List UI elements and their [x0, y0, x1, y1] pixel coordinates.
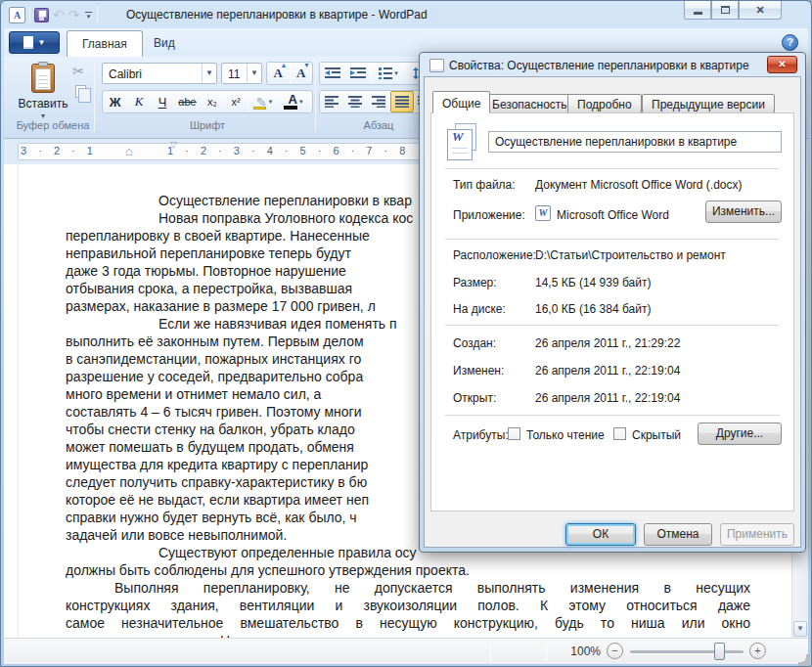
dialog-close-button[interactable]: ✕: [767, 56, 797, 73]
highlight-swatch: [253, 107, 266, 110]
created-value: 26 апреля 2011 г., 21:29:22: [535, 336, 680, 350]
font-color-button[interactable]: А ▾: [280, 91, 311, 112]
zoom-slider-track[interactable]: [630, 650, 744, 653]
maximize-button[interactable]: [711, 1, 739, 20]
undo-icon[interactable]: ↶: [53, 8, 65, 22]
tab-home[interactable]: Главная: [67, 30, 143, 57]
list-icon: [379, 67, 392, 79]
tab-security[interactable]: Безопасность: [482, 94, 577, 113]
help-button[interactable]: ?: [782, 34, 798, 51]
decrease-indent-button[interactable]: [320, 63, 345, 84]
underline-button[interactable]: Ч: [151, 91, 174, 112]
hidden-checkbox[interactable]: [613, 427, 626, 440]
font-resize-strip: А▲ А▼: [266, 62, 313, 85]
size-value: 14,5 КБ (14 939 байт): [535, 276, 651, 289]
increase-indent-icon: [350, 67, 367, 79]
size-on-disk-label: На диске:: [453, 302, 506, 316]
general-tab-page: W Тип файла: Документ Microsoft Office W…: [430, 112, 794, 511]
align-left-icon: [325, 96, 338, 108]
hidden-label: Скрытый: [632, 428, 681, 442]
font-color-icon: А: [289, 95, 297, 105]
qat-separator: [29, 7, 30, 22]
subscript-button[interactable]: x₂: [201, 91, 224, 112]
filename-input[interactable]: [488, 131, 782, 153]
readonly-checkbox[interactable]: [508, 427, 520, 440]
ruler-pos-numbers: 1 · 2 · 3 · 4 · 5 · 6 · 7 · 8: [167, 145, 405, 156]
minimize-icon: [694, 12, 702, 15]
italic-button[interactable]: К: [127, 91, 151, 112]
strikethrough-button[interactable]: abe: [174, 91, 201, 112]
first-line-indent-marker[interactable]: ▽: [170, 140, 177, 150]
cancel-button[interactable]: Отмена: [644, 523, 712, 546]
resize-grip[interactable]: [793, 649, 805, 661]
align-left-button[interactable]: [320, 91, 343, 112]
highlight-color-button[interactable]: ✎ ▾: [248, 91, 280, 112]
close-icon: ✕: [755, 4, 764, 17]
divider: [445, 415, 780, 417]
increase-indent-button[interactable]: [345, 63, 371, 84]
align-center-button[interactable]: [343, 91, 367, 112]
save-icon[interactable]: [34, 8, 49, 22]
close-button[interactable]: ✕: [739, 1, 782, 20]
dialog-title[interactable]: Свойства: Осуществление перепланировки в…: [449, 59, 749, 72]
modified-label: Изменен:: [453, 364, 504, 378]
cut-icon[interactable]: ✂: [72, 63, 85, 80]
dialog-document-icon: [429, 59, 444, 72]
dialog-body: Общие Безопасность Подробно Предыдущие в…: [424, 76, 801, 548]
window-title: Осуществление перепланировки в квартире …: [126, 8, 428, 22]
opened-label: Открыт:: [453, 391, 496, 405]
zoom-in-button[interactable]: +: [749, 643, 766, 659]
bold-button[interactable]: Ж: [103, 91, 127, 112]
chevron-down-icon: ▼: [38, 38, 46, 47]
readonly-label: Только чтение: [526, 428, 605, 442]
grow-font-button[interactable]: А▲: [267, 63, 290, 84]
wordpad-app-icon[interactable]: A: [9, 7, 25, 23]
align-justify-icon: [395, 96, 409, 108]
shrink-font-button[interactable]: А▼: [291, 63, 313, 84]
change-app-button[interactable]: Изменить...: [705, 200, 782, 223]
ok-button[interactable]: ОК: [565, 523, 636, 546]
superscript-button[interactable]: x²: [224, 91, 248, 112]
properties-dialog: Свойства: Осуществление перепланировки в…: [419, 52, 806, 553]
paste-clipboard-icon: [31, 64, 55, 93]
align-right-button[interactable]: [367, 91, 390, 112]
chevron-down-icon[interactable]: ▼: [247, 64, 261, 83]
left-indent-marker[interactable]: ⌂: [125, 144, 133, 158]
zoom-level: 100%: [558, 645, 601, 658]
clipboard-group-label: Буфер обмена: [12, 119, 94, 131]
status-separator: [546, 642, 547, 661]
tab-details[interactable]: Подробно: [567, 94, 642, 113]
minimize-button[interactable]: [684, 1, 711, 20]
font-family-combo[interactable]: Calibri ▼: [102, 63, 217, 84]
attributes-label: Атрибуты:: [453, 428, 509, 442]
align-center-icon: [348, 96, 362, 108]
zoom-slider-thumb[interactable]: [714, 643, 725, 660]
align-justify-button[interactable]: [390, 91, 414, 112]
divider: [445, 168, 780, 170]
tab-previous-versions[interactable]: Предыдущие версии: [642, 94, 775, 113]
doc-line: конструкциях здания, вентиляции и звукои…: [66, 597, 750, 614]
tab-general[interactable]: Общие: [432, 91, 490, 113]
font-size-combo[interactable]: 11 ▼: [221, 63, 262, 84]
app-menu-button[interactable]: ▼: [9, 31, 60, 54]
chevron-down-icon: ▾: [299, 98, 303, 106]
zoom-out-button[interactable]: −: [607, 643, 623, 659]
word-document-icon: W: [447, 123, 476, 160]
qat-customize-icon[interactable]: ▾: [83, 12, 93, 19]
list-button[interactable]: ▾: [372, 63, 405, 84]
other-attributes-button[interactable]: Другие...: [698, 422, 782, 445]
word-app-icon: W: [535, 205, 551, 221]
created-label: Создан:: [453, 336, 496, 350]
align-right-icon: [372, 96, 385, 108]
redo-icon[interactable]: ↷: [68, 8, 80, 22]
copy-icon[interactable]: [75, 85, 86, 98]
scroll-down-icon[interactable]: ▼: [793, 621, 807, 637]
location-value: D:\Статьи\Строительство и ремонт: [535, 248, 726, 262]
maximize-icon: [721, 6, 730, 14]
divider: [445, 325, 780, 327]
tab-view[interactable]: Вид: [139, 30, 190, 57]
font-group-label: Шрифт: [102, 119, 313, 131]
group-separator: [315, 61, 316, 132]
apply-button[interactable]: Применить: [720, 523, 794, 546]
chevron-down-icon[interactable]: ▼: [202, 64, 216, 83]
